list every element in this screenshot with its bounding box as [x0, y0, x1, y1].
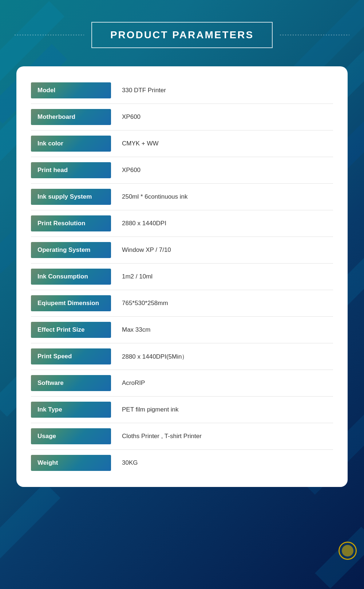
param-label: Motherboard [31, 109, 111, 125]
table-row: Effect Print SizeMax 33cm [31, 317, 333, 343]
header-title-box: PRODUCT PARAMETERS [91, 22, 273, 48]
page-title: PRODUCT PARAMETERS [110, 29, 254, 40]
header-right-line [280, 35, 349, 35]
param-value: PET film pigment ink [122, 406, 333, 413]
param-value: Window XP / 7/10 [122, 246, 333, 254]
table-row: Eqiupemt Dimension765*530*258mm [31, 290, 333, 317]
table-row: Weight30KG [31, 450, 333, 476]
table-row: Ink Consumption1m2 / 10ml [31, 264, 333, 290]
param-label: Ink color [31, 136, 111, 152]
param-label: Ink Consumption [31, 269, 111, 285]
table-row: Print headXP600 [31, 157, 333, 184]
param-value: 330 DTF Printer [122, 87, 333, 94]
param-label: Operating System [31, 242, 111, 258]
param-label: Weight [31, 455, 111, 471]
table-row: Ink colorCMYK + WW [31, 130, 333, 157]
accent-decoration [339, 542, 357, 560]
param-value: 2880 x 1440DPI [122, 220, 333, 227]
param-label: Ink supply System [31, 189, 111, 205]
table-row: Print Resolution2880 x 1440DPI [31, 210, 333, 237]
param-value: 250ml * 6continuous ink [122, 193, 333, 200]
param-value: XP600 [122, 167, 333, 174]
param-label: Eqiupemt Dimension [31, 295, 111, 311]
param-label: Model [31, 82, 111, 98]
table-row: Model330 DTF Printer [31, 77, 333, 104]
table-row: UsageCloths Printer , T-shirt Printer [31, 423, 333, 450]
param-label: Print head [31, 162, 111, 178]
param-value: Max 33cm [122, 326, 333, 333]
param-label: Print Resolution [31, 215, 111, 231]
param-label: Usage [31, 428, 111, 444]
param-value: XP600 [122, 113, 333, 121]
param-value: Cloths Printer , T-shirt Printer [122, 433, 333, 440]
page-header: PRODUCT PARAMETERS [0, 0, 364, 63]
param-value: CMYK + WW [122, 140, 333, 147]
param-value: 30KG [122, 459, 333, 467]
param-value: 1m2 / 10ml [122, 273, 333, 280]
param-label: Ink Type [31, 402, 111, 418]
table-row: MotherboardXP600 [31, 104, 333, 130]
header-left-line [15, 35, 84, 35]
param-label: Print Speed [31, 348, 111, 364]
param-value: 2880 x 1440DPI(5Min） [122, 352, 333, 361]
param-label: Effect Print Size [31, 322, 111, 338]
table-row: Operating SystemWindow XP / 7/10 [31, 237, 333, 264]
param-value: AcroRIP [122, 379, 333, 387]
table-row: Ink supply System250ml * 6continuous ink [31, 184, 333, 210]
parameters-card: Model330 DTF PrinterMotherboardXP600Ink … [16, 66, 348, 487]
table-row: Ink TypePET film pigment ink [31, 397, 333, 423]
table-row: Print Speed2880 x 1440DPI(5Min） [31, 343, 333, 370]
param-value: 765*530*258mm [122, 300, 333, 307]
table-row: SoftwareAcroRIP [31, 370, 333, 397]
param-label: Software [31, 375, 111, 391]
